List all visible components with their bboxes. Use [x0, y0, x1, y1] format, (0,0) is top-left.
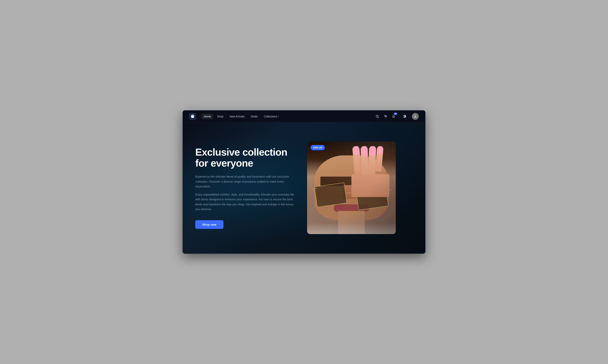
- hero-content: Exclusive collection for everyone Experi…: [195, 147, 296, 229]
- theme-toggle-button[interactable]: [401, 113, 408, 120]
- svg-point-3: [385, 117, 385, 117]
- chevron-down-icon: ▾: [278, 115, 279, 117]
- cart-icon: [384, 115, 387, 118]
- nav-divider: [399, 114, 399, 119]
- svg-point-6: [415, 115, 416, 117]
- brand-logo[interactable]: [189, 113, 196, 120]
- nav-link-collections[interactable]: Collections ▾: [262, 114, 281, 119]
- hero-image-wrapper: 25% off: [307, 142, 396, 234]
- hero-image-bg: [307, 142, 396, 234]
- nav-link-shop[interactable]: Shop: [215, 114, 226, 119]
- shop-now-button[interactable]: Shop now: [195, 220, 223, 229]
- clothing-area: [307, 223, 396, 234]
- nav-link-deals[interactable]: Deals: [248, 114, 260, 119]
- nav-divider-2: [410, 114, 410, 119]
- contrast-icon: [403, 115, 406, 118]
- hero-section: Exclusive collection for everyone Experi…: [183, 122, 425, 253]
- hero-description-1: Experience the ultimate blend of quality…: [195, 174, 296, 189]
- neck-area: [338, 211, 365, 234]
- search-button[interactable]: [374, 113, 381, 120]
- notification-button[interactable]: 9+: [390, 113, 397, 120]
- nav-links: Home Shop New Arrivals Deals Collections…: [201, 114, 374, 119]
- svg-line-2: [378, 117, 379, 118]
- nav-link-home[interactable]: Home: [201, 114, 213, 119]
- cart-button[interactable]: [382, 113, 389, 120]
- lips-area: [334, 204, 369, 212]
- hero-description-2: Enjoy unparalleled comfort, style, and f…: [195, 192, 296, 212]
- notification-badge: 9+: [394, 113, 397, 115]
- svg-point-4: [386, 117, 386, 117]
- navbar: Home Shop New Arrivals Deals Collections…: [183, 111, 425, 122]
- nav-icons: 9+: [374, 113, 419, 120]
- hero-product-image: 25% off: [307, 142, 396, 234]
- bell-icon: [392, 115, 395, 118]
- discount-badge: 25% off: [310, 145, 325, 150]
- depth-overlay: [307, 142, 396, 234]
- nav-link-new-arrivals[interactable]: New Arrivals: [227, 114, 247, 119]
- hero-title: Exclusive collection for everyone: [195, 147, 296, 169]
- user-avatar-button[interactable]: [412, 113, 419, 120]
- avatar: [412, 113, 419, 120]
- browser-window: Home Shop New Arrivals Deals Collections…: [182, 110, 426, 254]
- search-icon: [376, 115, 379, 118]
